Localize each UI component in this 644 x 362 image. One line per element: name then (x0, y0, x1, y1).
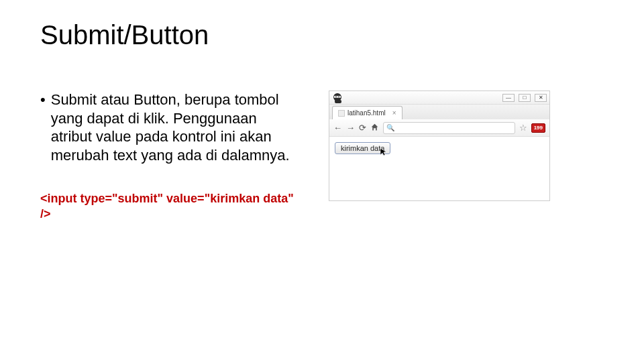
extension-badge[interactable]: 199 (531, 123, 545, 133)
browser-tab-row: latihan5.html × (329, 105, 549, 119)
page-content: kirimkan data (329, 137, 549, 160)
favicon-icon (338, 110, 345, 117)
browser-tab[interactable]: latihan5.html × (332, 106, 402, 119)
left-column: • Submit atau Button, berupa tombol yang… (40, 90, 295, 223)
svg-point-2 (335, 96, 337, 97)
forward-icon[interactable]: → (346, 123, 355, 132)
home-icon[interactable] (370, 123, 379, 133)
address-bar[interactable]: 🔍 (383, 122, 515, 134)
browser-titlebar: — □ ✕ (329, 91, 549, 105)
back-icon[interactable]: ← (333, 123, 342, 132)
right-column: — □ ✕ latihan5.html × ← → ⟳ (329, 90, 550, 223)
svg-point-3 (338, 96, 339, 97)
svg-rect-1 (334, 96, 341, 98)
submit-button-label: kirimkan data (341, 144, 384, 152)
maximize-button[interactable]: □ (519, 94, 531, 102)
tab-label: latihan5.html (347, 109, 386, 117)
code-line-2: /> (40, 206, 295, 222)
bullet-item: • Submit atau Button, berupa tombol yang… (40, 90, 295, 164)
minimize-button[interactable]: — (502, 94, 515, 102)
bullet-dot-icon: • (40, 90, 46, 164)
tab-close-icon[interactable]: × (392, 109, 396, 117)
bookmark-icon[interactable]: ☆ (519, 123, 527, 133)
svg-rect-4 (335, 100, 341, 103)
browser-window: — □ ✕ latihan5.html × ← → ⟳ (329, 90, 550, 201)
browser-toolbar: ← → ⟳ 🔍 ☆ 199 (329, 119, 549, 137)
close-button[interactable]: ✕ (535, 94, 547, 102)
submit-button[interactable]: kirimkan data (335, 142, 390, 154)
slide-title: Submit/Button (40, 20, 604, 50)
code-line-1: <input type="submit" value="kirimkan dat… (40, 191, 295, 206)
app-icon (332, 92, 345, 104)
reload-icon[interactable]: ⟳ (359, 123, 366, 132)
bullet-text: Submit atau Button, berupa tombol yang d… (51, 90, 295, 164)
search-icon: 🔍 (386, 124, 394, 131)
